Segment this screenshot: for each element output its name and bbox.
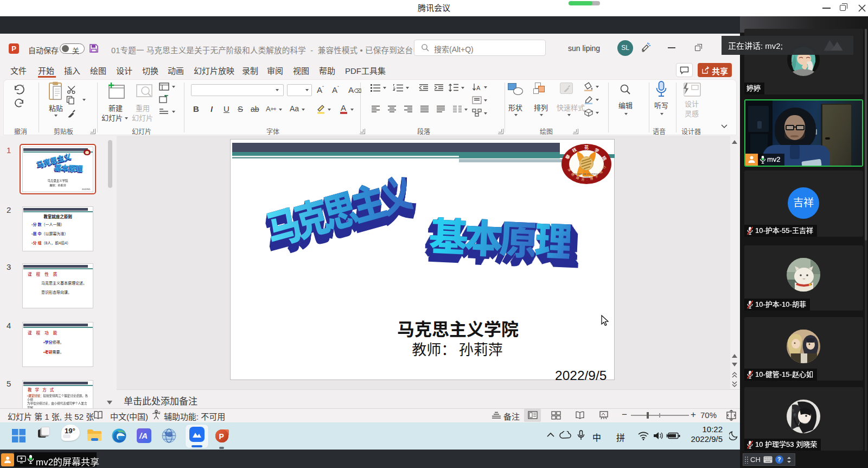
svg-text:め: め <box>793 413 796 416</box>
svg-text:?: ? <box>158 410 161 415</box>
svg-text:A: A <box>476 85 481 91</box>
svg-text:·: · <box>586 179 588 182</box>
svg-text:ぁ: ぁ <box>791 408 795 412</box>
svg-text:花: 花 <box>584 144 589 150</box>
svg-text:P: P <box>219 432 224 441</box>
